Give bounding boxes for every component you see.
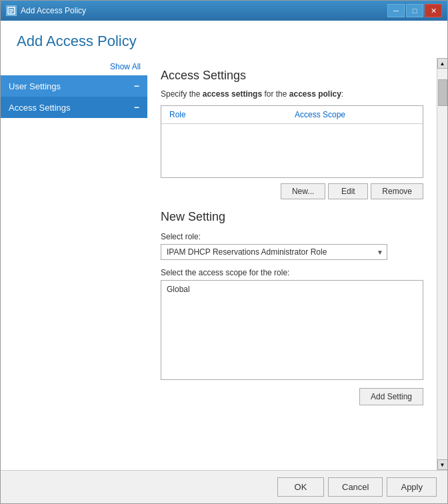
sidebar-item-user-settings[interactable]: User Settings −	[1, 75, 147, 97]
remove-button[interactable]: Remove	[371, 183, 423, 199]
window-icon	[6, 5, 17, 16]
minimize-button[interactable]: ─	[387, 4, 405, 17]
new-setting-section: New Setting Select role: IPAM DHCP Reser…	[161, 210, 423, 405]
add-setting-row: Add Setting	[161, 388, 423, 405]
restore-button[interactable]: □	[406, 4, 423, 17]
header-area: Add Access Policy	[1, 21, 447, 58]
scrollbar: ▲ ▼	[437, 58, 447, 470]
user-settings-collapse-icon: −	[134, 81, 139, 91]
role-select[interactable]: IPAM DHCP Reservations Administrator Rol…	[161, 244, 387, 260]
window-title: Add Access Policy	[21, 6, 387, 15]
svg-rect-2	[9, 11, 13, 11]
scroll-thumb[interactable]	[438, 79, 447, 106]
show-all-link[interactable]: Show All	[1, 61, 147, 75]
scope-label: Select the access scope for the role:	[161, 268, 423, 277]
new-button[interactable]: New...	[281, 183, 325, 199]
main-window: Add Access Policy ─ □ ✕ Add Access Polic…	[0, 0, 448, 504]
access-settings-title: Access Settings	[161, 69, 423, 83]
scope-item-global[interactable]: Global	[164, 283, 420, 295]
scroll-up-button[interactable]: ▲	[437, 58, 448, 69]
table-action-buttons: New... Edit Remove	[161, 183, 423, 199]
content-area: Access Settings Specify the access setti…	[147, 58, 437, 470]
access-settings-section: Access Settings Specify the access setti…	[161, 69, 423, 199]
table-body	[161, 124, 423, 177]
main-area: Show All User Settings − Access Settings…	[1, 58, 447, 470]
access-settings-collapse-icon: −	[134, 102, 139, 113]
access-policy-table: Role Access Scope	[161, 105, 423, 178]
sidebar-item-user-settings-label: User Settings	[9, 81, 61, 91]
access-scope-list[interactable]: Global	[161, 280, 423, 380]
table-header: Role Access Scope	[161, 106, 423, 124]
add-setting-button[interactable]: Add Setting	[359, 388, 423, 405]
role-label: Select role:	[161, 232, 423, 241]
scope-form-group: Select the access scope for the role: Gl…	[161, 268, 423, 380]
sidebar-item-access-settings[interactable]: Access Settings −	[1, 97, 147, 118]
right-panel: Access Settings Specify the access setti…	[147, 58, 447, 470]
page-title: Add Access Policy	[17, 33, 431, 50]
window-controls: ─ □ ✕	[387, 4, 442, 17]
ok-button[interactable]: OK	[277, 477, 324, 497]
svg-rect-3	[9, 12, 12, 13]
title-bar: Add Access Policy ─ □ ✕	[1, 1, 447, 21]
apply-button[interactable]: Apply	[387, 477, 437, 497]
footer: OK Cancel Apply	[1, 470, 447, 503]
window-content: Add Access Policy Show All User Settings…	[1, 21, 447, 503]
new-setting-title: New Setting	[161, 210, 423, 224]
scroll-down-button[interactable]: ▼	[437, 459, 448, 470]
sidebar-item-access-settings-label: Access Settings	[9, 103, 71, 113]
role-form-group: Select role: IPAM DHCP Reservations Admi…	[161, 232, 423, 260]
role-column-header: Role	[167, 109, 292, 121]
close-button[interactable]: ✕	[425, 4, 442, 17]
svg-rect-1	[9, 9, 13, 10]
sidebar: Show All User Settings − Access Settings…	[1, 58, 147, 470]
access-scope-column-header: Access Scope	[292, 109, 417, 121]
edit-button[interactable]: Edit	[328, 183, 368, 199]
access-settings-description: Specify the access settings for the acce…	[161, 89, 423, 99]
role-select-wrapper: IPAM DHCP Reservations Administrator Rol…	[161, 244, 387, 260]
cancel-button[interactable]: Cancel	[328, 477, 383, 497]
